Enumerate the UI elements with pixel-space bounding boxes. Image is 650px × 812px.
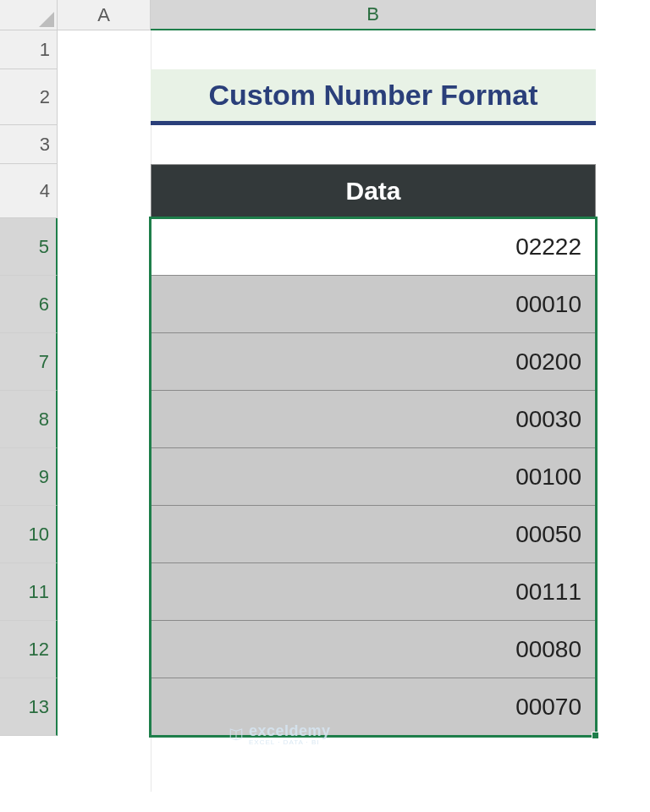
data-cell-b12[interactable]: 00080 — [151, 621, 596, 678]
data-cell-b8[interactable]: 00030 — [151, 391, 596, 448]
watermark: exceldemy EXCEL · DATA · BI — [229, 722, 331, 746]
select-all-triangle-icon — [39, 12, 54, 27]
row-header-2[interactable]: 2 — [0, 69, 58, 125]
row-header-10[interactable]: 10 — [0, 506, 58, 563]
data-cell-b5[interactable]: 02222 — [151, 218, 596, 276]
data-cell-b7[interactable]: 00200 — [151, 333, 596, 391]
row-header-5[interactable]: 5 — [0, 218, 58, 276]
row-header-3[interactable]: 3 — [0, 125, 58, 164]
column-header-a[interactable]: A — [58, 0, 151, 30]
row-header-12[interactable]: 12 — [0, 621, 58, 678]
data-range: 02222 00010 00200 00030 00100 00050 0011… — [151, 218, 596, 736]
row-header-4[interactable]: 4 — [0, 164, 58, 218]
column-headers: A B — [58, 0, 596, 30]
row-header-1[interactable]: 1 — [0, 30, 58, 69]
spreadsheet-grid: A B 1 2 3 4 5 6 7 8 9 10 11 12 13 Custom… — [0, 0, 650, 812]
svg-marker-0 — [39, 12, 54, 27]
row-header-7[interactable]: 7 — [0, 333, 58, 391]
data-cell-b9[interactable]: 00100 — [151, 448, 596, 506]
column-header-b[interactable]: B — [151, 0, 596, 30]
data-cell-b13[interactable]: 00070 — [151, 678, 596, 736]
title-cell[interactable]: Custom Number Format — [151, 69, 596, 125]
watermark-brand: exceldemy — [249, 722, 331, 739]
row-header-11[interactable]: 11 — [0, 563, 58, 621]
row-header-13[interactable]: 13 — [0, 678, 58, 736]
data-cell-b11[interactable]: 00111 — [151, 563, 596, 621]
watermark-sub: EXCEL · DATA · BI — [249, 738, 331, 746]
table-header-cell[interactable]: Data — [151, 164, 596, 218]
book-icon — [229, 727, 244, 742]
data-cell-b10[interactable]: 00050 — [151, 506, 596, 563]
data-cell-b6[interactable]: 00010 — [151, 276, 596, 333]
row-header-9[interactable]: 9 — [0, 448, 58, 506]
row-header-6[interactable]: 6 — [0, 276, 58, 333]
select-all-corner[interactable] — [0, 0, 58, 30]
row-header-8[interactable]: 8 — [0, 391, 58, 448]
row-headers: 1 2 3 4 5 6 7 8 9 10 11 12 13 — [0, 30, 58, 736]
